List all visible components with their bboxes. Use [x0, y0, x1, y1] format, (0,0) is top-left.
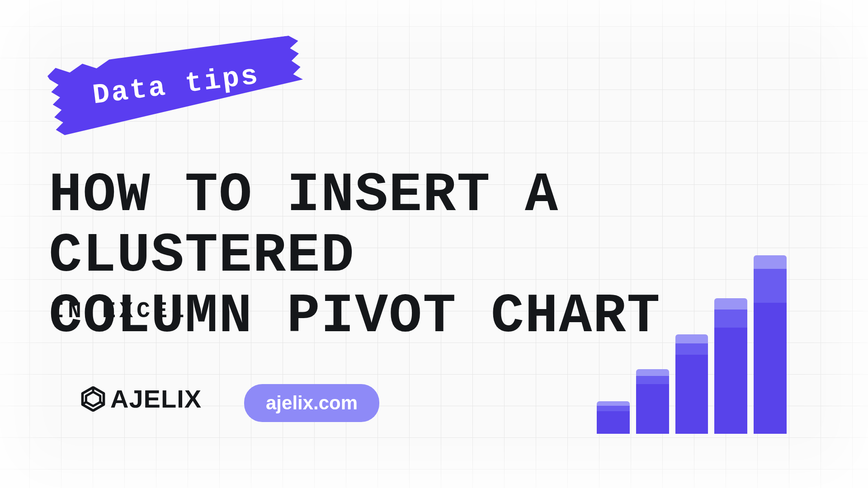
- stacked-bar-chart: [597, 253, 787, 434]
- chart-bar-segment: [754, 269, 787, 303]
- chart-bar: [636, 369, 669, 434]
- chart-bar-segment: [597, 401, 630, 406]
- chart-bar-segment: [636, 369, 669, 376]
- brand-logo: AJELIX: [80, 384, 202, 413]
- chart-bar-segment: [675, 334, 708, 343]
- chart-bar-segment: [597, 411, 630, 434]
- svg-marker-2: [86, 392, 100, 406]
- chart-bar: [754, 255, 787, 434]
- page-subtitle: IN EXCEL: [51, 298, 188, 324]
- chart-bar-segment: [754, 303, 787, 434]
- data-tips-banner: Data tips: [46, 34, 307, 139]
- chart-bar: [597, 401, 630, 434]
- logo-text: AJELIX: [110, 384, 202, 413]
- chart-bar-segment: [636, 384, 669, 434]
- chart-bar-segment: [597, 406, 630, 411]
- website-pill[interactable]: ajelix.com: [244, 384, 379, 422]
- chart-bar-segment: [714, 310, 747, 328]
- website-pill-label: ajelix.com: [266, 392, 358, 413]
- content-area: Data tips HOW TO INSERT A CLUSTERED COLU…: [0, 0, 868, 488]
- chart-bar-segment: [675, 355, 708, 434]
- chart-bar-segment: [675, 343, 708, 355]
- chart-bar-segment: [714, 298, 747, 310]
- chart-bar: [714, 298, 747, 434]
- logo-hex-icon: [80, 386, 106, 412]
- chart-bar: [675, 334, 708, 434]
- chart-bar-segment: [754, 255, 787, 269]
- chart-bar-segment: [636, 376, 669, 384]
- chart-bar-segment: [714, 328, 747, 434]
